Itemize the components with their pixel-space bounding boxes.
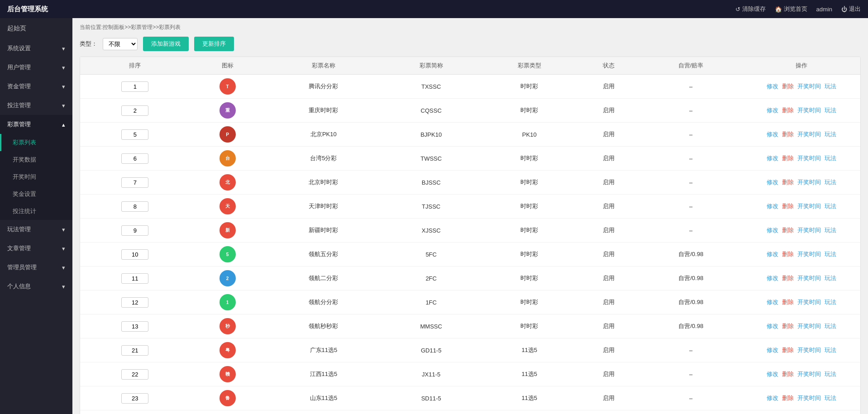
play-button[interactable]: 玩法 — [825, 395, 836, 401]
play-button[interactable]: 玩法 — [825, 347, 836, 353]
edit-button[interactable]: 修改 — [767, 323, 778, 329]
draw-time-button[interactable]: 开奖时间 — [797, 323, 821, 329]
order-input[interactable] — [121, 201, 148, 212]
cell-actions: 修改删除开奖时间玩法 — [743, 338, 860, 362]
delete-button[interactable]: 删除 — [782, 299, 794, 305]
order-input[interactable] — [121, 297, 148, 308]
delete-button[interactable]: 删除 — [782, 395, 794, 401]
sidebar-item-article[interactable]: 文章管理 ▾ — [0, 239, 72, 258]
sidebar-item-finance[interactable]: 资金管理 ▾ — [0, 77, 72, 96]
logout-button[interactable]: ⏻ 退出 — [841, 5, 861, 13]
draw-time-button[interactable]: 开奖时间 — [797, 203, 821, 209]
order-input[interactable] — [121, 129, 148, 140]
order-input[interactable] — [121, 81, 148, 92]
draw-time-button[interactable]: 开奖时间 — [797, 83, 821, 90]
draw-time-button[interactable]: 开奖时间 — [797, 251, 821, 257]
sidebar-item-admin[interactable]: 管理员管理 ▾ — [0, 258, 72, 277]
cell-name: 台湾5分彩 — [265, 147, 382, 171]
delete-button[interactable]: 删除 — [782, 155, 794, 162]
sidebar-item-prize-settings[interactable]: 奖金设置 — [0, 186, 72, 203]
edit-button[interactable]: 修改 — [767, 299, 778, 305]
edit-button[interactable]: 修改 — [767, 347, 778, 353]
browse-home-button[interactable]: 🏠 浏览首页 — [775, 5, 807, 13]
edit-button[interactable]: 修改 — [767, 179, 778, 186]
table-row: 天天津时时彩TJSSC时时彩启用–修改删除开奖时间玩法 — [80, 195, 860, 219]
sidebar-item-user[interactable]: 用户管理 ▾ — [0, 58, 72, 77]
edit-button[interactable]: 修改 — [767, 275, 778, 281]
cell-status: 启用 — [578, 99, 639, 123]
order-input[interactable] — [121, 273, 148, 284]
type-select[interactable]: 不限 时时彩 PK10 11选5 — [103, 38, 138, 50]
edit-button[interactable]: 修改 — [767, 395, 778, 401]
draw-time-button[interactable]: 开奖时间 — [797, 227, 821, 233]
play-button[interactable]: 玩法 — [825, 107, 836, 114]
draw-time-button[interactable]: 开奖时间 — [797, 179, 821, 186]
play-button[interactable]: 玩法 — [825, 323, 836, 329]
order-input[interactable] — [121, 369, 148, 380]
play-button[interactable]: 玩法 — [825, 203, 836, 209]
play-button[interactable]: 玩法 — [825, 131, 836, 138]
play-button[interactable]: 玩法 — [825, 251, 836, 257]
sidebar-item-home[interactable]: 起始页 — [0, 18, 72, 39]
draw-time-button[interactable]: 开奖时间 — [797, 155, 821, 162]
sidebar-item-profile[interactable]: 个人信息 ▾ — [0, 277, 72, 296]
delete-button[interactable]: 删除 — [782, 203, 794, 209]
draw-time-button[interactable]: 开奖时间 — [797, 395, 821, 401]
play-button[interactable]: 玩法 — [825, 155, 836, 162]
draw-time-button[interactable]: 开奖时间 — [797, 107, 821, 114]
delete-button[interactable]: 删除 — [782, 179, 794, 186]
cell-margin: – — [639, 362, 743, 386]
play-button[interactable]: 玩法 — [825, 371, 836, 377]
delete-button[interactable]: 删除 — [782, 227, 794, 233]
edit-button[interactable]: 修改 — [767, 107, 778, 114]
order-input[interactable] — [121, 177, 148, 188]
edit-button[interactable]: 修改 — [767, 371, 778, 377]
draw-time-button[interactable]: 开奖时间 — [797, 347, 821, 353]
draw-time-button[interactable]: 开奖时间 — [797, 131, 821, 138]
order-input[interactable] — [121, 105, 148, 116]
play-button[interactable]: 玩法 — [825, 275, 836, 281]
edit-button[interactable]: 修改 — [767, 251, 778, 257]
play-button[interactable]: 玩法 — [825, 227, 836, 233]
sidebar-item-system[interactable]: 系统设置 ▾ — [0, 39, 72, 58]
delete-button[interactable]: 删除 — [782, 371, 794, 377]
cell-actions: 修改删除开奖时间玩法 — [743, 171, 860, 195]
edit-button[interactable]: 修改 — [767, 203, 778, 209]
sidebar-item-lottery-list[interactable]: 彩票列表 — [0, 134, 72, 151]
play-button[interactable]: 玩法 — [825, 299, 836, 305]
chevron-down-icon: ▾ — [62, 64, 65, 71]
delete-button[interactable]: 删除 — [782, 323, 794, 329]
clear-cache-button[interactable]: ↺ 清除缓存 — [735, 5, 766, 13]
order-input[interactable] — [121, 321, 148, 332]
edit-button[interactable]: 修改 — [767, 227, 778, 233]
order-input[interactable] — [121, 225, 148, 236]
lottery-table: 排序 图标 彩票名称 彩票简称 彩票类型 状态 自营/赔率 操作 T腾讯分分彩T… — [80, 57, 861, 414]
play-button[interactable]: 玩法 — [825, 179, 836, 186]
draw-time-button[interactable]: 开奖时间 — [797, 299, 821, 305]
order-input[interactable] — [121, 249, 148, 260]
edit-button[interactable]: 修改 — [767, 131, 778, 138]
sidebar-item-gameplay[interactable]: 玩法管理 ▾ — [0, 220, 72, 239]
sidebar-item-lottery[interactable]: 彩票管理 ▴ — [0, 115, 72, 134]
delete-button[interactable]: 删除 — [782, 83, 794, 90]
sidebar-item-draw-data[interactable]: 开奖数据 — [0, 151, 72, 168]
add-game-button[interactable]: 添加新游戏 — [143, 37, 189, 51]
update-order-button[interactable]: 更新排序 — [194, 37, 234, 51]
draw-time-button[interactable]: 开奖时间 — [797, 371, 821, 377]
delete-button[interactable]: 删除 — [782, 275, 794, 281]
delete-button[interactable]: 删除 — [782, 107, 794, 114]
delete-button[interactable]: 删除 — [782, 347, 794, 353]
delete-button[interactable]: 删除 — [782, 251, 794, 257]
sidebar-item-bet[interactable]: 投注管理 ▾ — [0, 96, 72, 115]
chevron-down-icon: ▾ — [62, 245, 65, 252]
sidebar-item-draw-time[interactable]: 开奖时间 — [0, 168, 72, 186]
edit-button[interactable]: 修改 — [767, 83, 778, 90]
draw-time-button[interactable]: 开奖时间 — [797, 275, 821, 281]
order-input[interactable] — [121, 393, 148, 404]
order-input[interactable] — [121, 345, 148, 356]
order-input[interactable] — [121, 153, 148, 164]
delete-button[interactable]: 删除 — [782, 131, 794, 138]
sidebar-item-bet-stats[interactable]: 投注统计 — [0, 203, 72, 220]
edit-button[interactable]: 修改 — [767, 155, 778, 162]
play-button[interactable]: 玩法 — [825, 83, 836, 90]
